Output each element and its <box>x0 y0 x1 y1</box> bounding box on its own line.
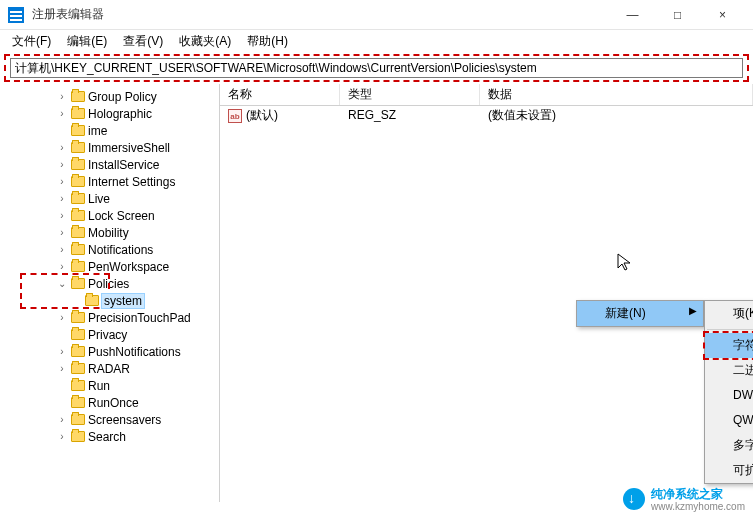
list-row[interactable]: ab(默认) REG_SZ (数值未设置) <box>220 106 753 124</box>
chevron-icon[interactable]: › <box>56 142 68 153</box>
tree-item-notifications[interactable]: ›Notifications <box>0 241 219 258</box>
submenu-item-qword[interactable]: QWORD (64 位)值(Q) <box>705 408 753 433</box>
chevron-icon[interactable]: › <box>56 363 68 374</box>
tree-item-ime[interactable]: ime <box>0 122 219 139</box>
tree-item-immersiveshell[interactable]: ›ImmersiveShell <box>0 139 219 156</box>
tree-item-system[interactable]: system <box>0 292 219 309</box>
menu-favorites[interactable]: 收藏夹(A) <box>171 31 239 52</box>
submenu-item-binary[interactable]: 二进制值(B) <box>705 358 753 383</box>
tree-item-search[interactable]: ›Search <box>0 428 219 445</box>
submenu-item-key[interactable]: 项(K) <box>705 301 753 326</box>
chevron-icon[interactable]: ⌄ <box>56 278 68 289</box>
tree-item-label: Internet Settings <box>88 175 175 189</box>
menu-item-label: 新建(N) <box>605 306 646 320</box>
tree-item-label: Notifications <box>88 243 153 257</box>
tree-item-label: PenWorkspace <box>88 260 169 274</box>
title-bar: 注册表编辑器 — □ × <box>0 0 753 30</box>
chevron-icon[interactable]: › <box>56 431 68 442</box>
col-header-data[interactable]: 数据 <box>480 84 753 105</box>
submenu-item-expandstring[interactable]: 可扩充字符串值(E) <box>705 458 753 483</box>
folder-icon <box>71 193 85 204</box>
tree-panel[interactable]: ›Group Policy›Holographicime›ImmersiveSh… <box>0 84 220 502</box>
tree-item-holographic[interactable]: ›Holographic <box>0 105 219 122</box>
tree-item-penworkspace[interactable]: ›PenWorkspace <box>0 258 219 275</box>
submenu-item-string[interactable]: 字符串值(S) <box>705 333 753 358</box>
chevron-icon[interactable]: › <box>56 346 68 357</box>
tree-item-label: PushNotifications <box>88 345 181 359</box>
col-header-name[interactable]: 名称 <box>220 84 340 105</box>
tree-item-label: Screensavers <box>88 413 161 427</box>
tree-item-label: RunOnce <box>88 396 139 410</box>
folder-icon <box>71 210 85 221</box>
tree-item-label: RADAR <box>88 362 130 376</box>
folder-icon <box>71 278 85 289</box>
menu-help[interactable]: 帮助(H) <box>239 31 296 52</box>
folder-icon <box>71 431 85 442</box>
submenu-item-multistring[interactable]: 多字符串值(M) <box>705 433 753 458</box>
chevron-icon[interactable]: › <box>56 108 68 119</box>
tree-item-runonce[interactable]: RunOnce <box>0 394 219 411</box>
folder-icon <box>71 414 85 425</box>
menu-edit[interactable]: 编辑(E) <box>59 31 115 52</box>
watermark-url: www.kzmyhome.com <box>651 501 745 512</box>
list-panel[interactable]: 名称 类型 数据 ab(默认) REG_SZ (数值未设置) 新建(N) ▶ 项… <box>220 84 753 502</box>
tree-item-lock-screen[interactable]: ›Lock Screen <box>0 207 219 224</box>
cell-name: ab(默认) <box>220 106 340 125</box>
chevron-icon[interactable]: › <box>56 193 68 204</box>
chevron-icon[interactable]: › <box>56 244 68 255</box>
folder-icon <box>71 142 85 153</box>
tree-item-label: Run <box>88 379 110 393</box>
menu-view[interactable]: 查看(V) <box>115 31 171 52</box>
chevron-icon[interactable]: › <box>56 210 68 221</box>
col-header-type[interactable]: 类型 <box>340 84 480 105</box>
tree-item-run[interactable]: Run <box>0 377 219 394</box>
tree-item-mobility[interactable]: ›Mobility <box>0 224 219 241</box>
menu-item-new[interactable]: 新建(N) ▶ <box>577 301 703 326</box>
window-title: 注册表编辑器 <box>32 6 610 23</box>
maximize-button[interactable]: □ <box>655 0 700 30</box>
chevron-icon[interactable]: › <box>56 227 68 238</box>
close-button[interactable]: × <box>700 0 745 30</box>
watermark-name: 纯净系统之家 <box>651 487 723 501</box>
menu-bar: 文件(F) 编辑(E) 查看(V) 收藏夹(A) 帮助(H) <box>0 30 753 52</box>
menu-file[interactable]: 文件(F) <box>4 31 59 52</box>
tree-item-group-policy[interactable]: ›Group Policy <box>0 88 219 105</box>
app-icon <box>8 7 24 23</box>
folder-icon <box>71 346 85 357</box>
chevron-icon[interactable]: › <box>56 176 68 187</box>
watermark-icon <box>623 488 645 510</box>
tree-item-label: ime <box>88 124 107 138</box>
tree-item-label: system <box>102 294 144 308</box>
submenu-item-dword[interactable]: DWORD (32 位)值(D) <box>705 383 753 408</box>
tree-item-screensavers[interactable]: ›Screensavers <box>0 411 219 428</box>
chevron-icon[interactable]: › <box>56 91 68 102</box>
watermark-text: 纯净系统之家 www.kzmyhome.com <box>651 486 745 512</box>
tree-item-live[interactable]: ›Live <box>0 190 219 207</box>
tree-item-radar[interactable]: ›RADAR <box>0 360 219 377</box>
submenu-arrow-icon: ▶ <box>689 305 697 316</box>
tree-item-pushnotifications[interactable]: ›PushNotifications <box>0 343 219 360</box>
chevron-icon[interactable]: › <box>56 312 68 323</box>
address-input[interactable] <box>10 58 743 78</box>
tree-item-internet-settings[interactable]: ›Internet Settings <box>0 173 219 190</box>
folder-icon <box>71 312 85 323</box>
chevron-icon[interactable]: › <box>56 414 68 425</box>
folder-icon <box>71 125 85 136</box>
tree-item-label: Lock Screen <box>88 209 155 223</box>
chevron-icon[interactable]: › <box>56 159 68 170</box>
tree-item-label: Policies <box>88 277 129 291</box>
chevron-icon[interactable]: › <box>56 261 68 272</box>
tree-item-privacy[interactable]: Privacy <box>0 326 219 343</box>
address-bar-highlight <box>4 54 749 82</box>
tree-item-installservice[interactable]: ›InstallService <box>0 156 219 173</box>
tree-item-label: PrecisionTouchPad <box>88 311 191 325</box>
folder-icon <box>71 176 85 187</box>
folder-icon <box>71 159 85 170</box>
minimize-button[interactable]: — <box>610 0 655 30</box>
value-name: (默认) <box>246 108 278 122</box>
folder-icon <box>71 227 85 238</box>
tree-item-policies[interactable]: ⌄Policies <box>0 275 219 292</box>
folder-icon <box>71 91 85 102</box>
folder-icon <box>71 329 85 340</box>
tree-item-precisiontouchpad[interactable]: ›PrecisionTouchPad <box>0 309 219 326</box>
